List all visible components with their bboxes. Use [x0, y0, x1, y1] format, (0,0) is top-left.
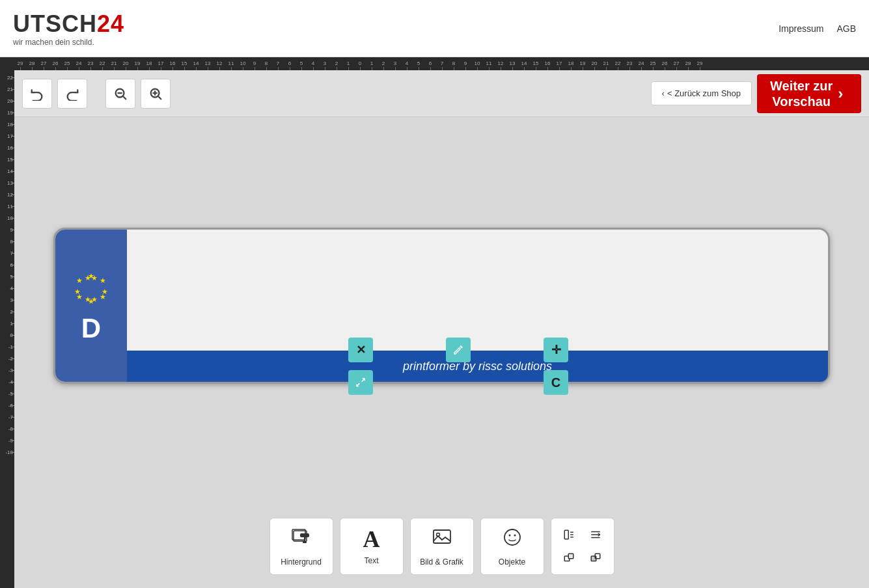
header: UTSCH24 wir machen dein schild. Impressu… — [0, 0, 869, 57]
svg-line-4 — [158, 96, 161, 99]
move-button[interactable]: ✛ — [544, 338, 568, 362]
svg-rect-9 — [300, 533, 309, 537]
hintergrund-icon — [291, 527, 312, 552]
objekte-icon — [502, 527, 523, 552]
back-arrow-icon: ‹ — [662, 88, 665, 98]
plate-main: ✕ ✛ printformer by rissc solutions C — [127, 230, 828, 382]
plate-text: printformer by rissc solutions — [403, 360, 552, 373]
svg-point-16 — [514, 534, 516, 536]
logo-utsch: UTSCH — [13, 10, 97, 37]
svg-line-1 — [123, 96, 126, 99]
logo-sub: wir machen dein schild. — [13, 38, 124, 47]
text-button[interactable]: A Text — [340, 518, 404, 575]
svg-point-14 — [504, 529, 520, 545]
agb-link[interactable]: AGB — [836, 23, 856, 34]
plate-white-area — [127, 230, 828, 351]
back-to-shop-button[interactable]: ‹ < Zurück zum Shop — [651, 81, 752, 105]
bottom-toolbar: Hintergrund A Text Bild & Grafik — [269, 518, 614, 575]
logo-area: UTSCH24 wir machen dein schild. — [13, 10, 124, 47]
weiter-button[interactable]: Weiter zur Vorschau › — [757, 74, 861, 113]
zoom-in-button[interactable] — [141, 79, 171, 109]
toolbar: ‹ < Zurück zum Shop Weiter zur Vorschau … — [14, 70, 869, 117]
undo-button[interactable] — [22, 79, 52, 109]
edit-button[interactable] — [446, 338, 471, 362]
impressum-link[interactable]: Impressum — [779, 23, 823, 34]
svg-rect-27 — [568, 554, 573, 559]
back-to-shop-label: < Zurück zum Shop — [667, 88, 741, 98]
reset-button[interactable]: C — [544, 370, 568, 395]
logo-text: UTSCH24 — [13, 10, 124, 38]
svg-rect-17 — [564, 530, 568, 539]
svg-point-15 — [508, 534, 510, 536]
license-plate: ★ ★ ★ ★ ★ ★ ★ ★ ★ ★ ★ ★ D — [53, 228, 830, 384]
plate-blue-bar[interactable]: ✕ ✛ printformer by rissc solutions C — [127, 351, 828, 382]
zoom-out-button[interactable] — [105, 79, 135, 109]
resize-button[interactable] — [348, 370, 373, 395]
bild-grafik-button[interactable]: Bild & Grafik — [410, 518, 474, 575]
objekte-label: Objekte — [499, 557, 525, 567]
text-icon: A — [363, 528, 380, 551]
arrange-icon-2 — [583, 524, 609, 546]
objekte-button[interactable]: Objekte — [480, 518, 544, 575]
top-ruler: 29 28 27 26 25 24 23 22 21 20 19 18 17 1… — [0, 57, 869, 70]
eu-letter: D — [81, 315, 101, 342]
canvas-area[interactable]: ★ ★ ★ ★ ★ ★ ★ ★ ★ ★ ★ ★ D — [14, 117, 869, 588]
arrange-icon-1 — [557, 524, 582, 546]
bild-grafik-label: Bild & Grafik — [420, 557, 463, 567]
plate-eu-section: ★ ★ ★ ★ ★ ★ ★ ★ ★ ★ ★ ★ D — [55, 230, 127, 382]
hintergrund-button[interactable]: Hintergrund — [269, 518, 333, 575]
hintergrund-label: Hintergrund — [281, 557, 322, 567]
plate-container: ★ ★ ★ ★ ★ ★ ★ ★ ★ ★ ★ ★ D — [53, 228, 830, 384]
weiter-arrow-icon: › — [838, 85, 843, 103]
delete-button[interactable]: ✕ — [348, 338, 373, 362]
text-label: Text — [364, 556, 378, 565]
logo-24: 24 — [97, 10, 124, 37]
header-links: Impressum AGB — [779, 23, 856, 34]
svg-rect-12 — [434, 530, 450, 543]
svg-rect-11 — [303, 541, 307, 543]
left-ruler: 22 21 20 19 18 17 16 15 14 13 12 11 10 9… — [0, 70, 14, 588]
bild-grafik-icon — [432, 527, 452, 552]
arrange-icon-4 — [583, 547, 609, 569]
arrange-button[interactable] — [551, 518, 614, 575]
arrange-icon-3 — [557, 547, 582, 569]
redo-button[interactable] — [57, 79, 87, 109]
